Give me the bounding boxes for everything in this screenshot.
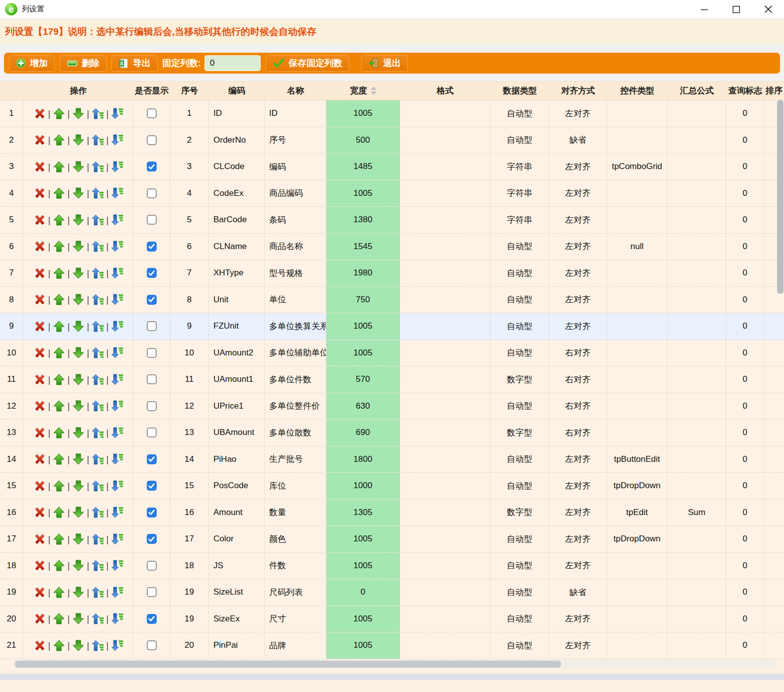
control-cell[interactable] xyxy=(607,287,668,313)
move-bottom-icon[interactable] xyxy=(111,586,123,599)
datatype-cell[interactable]: 自动型 xyxy=(490,393,549,420)
formula-cell[interactable] xyxy=(668,154,726,180)
formula-cell[interactable] xyxy=(668,526,726,552)
seq-cell[interactable]: 14 xyxy=(170,446,209,473)
move-down-icon[interactable] xyxy=(72,240,85,253)
move-down-icon[interactable] xyxy=(72,506,85,519)
seq-cell[interactable]: 16 xyxy=(170,500,209,526)
width-cell[interactable]: 1980 xyxy=(326,260,400,286)
datatype-cell[interactable]: 自动型 xyxy=(490,313,549,340)
seq-cell[interactable]: 17 xyxy=(170,526,209,552)
move-down-icon[interactable] xyxy=(72,107,85,120)
header-visible[interactable]: 是否显示 xyxy=(133,82,170,100)
visible-checkbox[interactable] xyxy=(147,428,157,437)
move-top-icon[interactable] xyxy=(92,346,104,359)
format-cell[interactable] xyxy=(400,366,490,393)
move-down-icon[interactable] xyxy=(72,267,85,279)
name-cell[interactable]: 尺码列表 xyxy=(265,579,326,606)
flag-cell[interactable]: 0 xyxy=(726,234,764,260)
move-down-icon[interactable] xyxy=(72,293,85,306)
table-row[interactable]: 19 19 SizeList 尺码列表 0 自动型 缺省 xyxy=(0,579,784,606)
name-cell[interactable]: ID xyxy=(265,100,326,127)
table-row[interactable]: 13 13 UBAmount 多单位散数 690 数字型 右对齐 xyxy=(0,420,784,446)
format-cell[interactable] xyxy=(400,260,490,286)
seq-cell[interactable]: 19 xyxy=(170,606,209,632)
control-cell[interactable] xyxy=(607,553,668,579)
horizontal-scrollbar-thumb[interactable] xyxy=(15,661,561,668)
delete-x-icon[interactable] xyxy=(33,320,46,333)
delete-x-icon[interactable] xyxy=(33,267,46,279)
formula-cell[interactable] xyxy=(668,234,726,260)
formula-cell[interactable] xyxy=(668,579,726,606)
seq-cell[interactable]: 11 xyxy=(170,366,209,393)
name-cell[interactable]: 条码 xyxy=(265,207,326,233)
control-cell[interactable] xyxy=(607,366,668,393)
flag-cell[interactable]: 0 xyxy=(726,313,764,340)
move-bottom-icon[interactable] xyxy=(111,453,123,465)
align-cell[interactable]: 缺省 xyxy=(549,579,607,606)
format-cell[interactable] xyxy=(400,287,490,313)
align-cell[interactable]: 缺省 xyxy=(549,127,607,154)
datatype-cell[interactable]: 字符串 xyxy=(490,154,549,180)
code-cell[interactable]: XHType xyxy=(209,260,265,286)
datatype-cell[interactable]: 自动型 xyxy=(490,260,549,286)
move-down-icon[interactable] xyxy=(72,187,85,199)
control-cell[interactable]: tpComboGrid xyxy=(607,154,668,180)
code-cell[interactable]: CLCode xyxy=(209,154,265,180)
flag-cell[interactable]: 0 xyxy=(726,526,764,552)
move-down-icon[interactable] xyxy=(72,559,85,572)
seq-cell[interactable]: 7 xyxy=(170,260,209,286)
visible-checkbox[interactable] xyxy=(147,295,157,305)
move-down-icon[interactable] xyxy=(72,533,85,545)
flag-cell[interactable]: 0 xyxy=(726,260,764,286)
move-up-icon[interactable] xyxy=(53,187,65,199)
format-cell[interactable] xyxy=(400,579,490,606)
width-cell[interactable]: 1005 xyxy=(326,340,400,366)
table-row[interactable]: 7 7 XHType 型号规格 1980 自动型 左对齐 xyxy=(0,260,784,287)
sort-cell[interactable] xyxy=(764,420,784,446)
control-cell[interactable]: null xyxy=(607,234,668,260)
sort-cell[interactable] xyxy=(764,446,784,473)
align-cell[interactable]: 右对齐 xyxy=(549,393,607,420)
name-cell[interactable]: 数量 xyxy=(265,500,326,526)
move-top-icon[interactable] xyxy=(92,187,104,199)
control-cell[interactable]: tpDropDown xyxy=(607,473,668,499)
datatype-cell[interactable]: 自动型 xyxy=(490,127,549,154)
move-down-icon[interactable] xyxy=(72,346,85,359)
seq-cell[interactable]: 15 xyxy=(170,473,209,499)
seq-cell[interactable]: 19 xyxy=(170,579,209,606)
width-cell[interactable]: 1005 xyxy=(326,100,400,127)
formula-cell[interactable]: Sum xyxy=(668,500,726,526)
name-cell[interactable]: 多单位换算关系 xyxy=(265,313,326,340)
visible-checkbox[interactable] xyxy=(147,242,157,252)
datatype-cell[interactable]: 字符串 xyxy=(490,180,549,207)
code-cell[interactable]: PinPai xyxy=(209,632,265,659)
formula-cell[interactable] xyxy=(668,446,726,473)
align-cell[interactable]: 左对齐 xyxy=(549,606,607,632)
vertical-scrollbar-thumb[interactable] xyxy=(777,100,784,294)
move-top-icon[interactable] xyxy=(92,400,104,412)
move-bottom-icon[interactable] xyxy=(111,427,123,439)
sort-cell[interactable] xyxy=(764,473,784,499)
flag-cell[interactable]: 0 xyxy=(726,632,764,659)
width-cell[interactable]: 1485 xyxy=(326,154,400,180)
move-down-icon[interactable] xyxy=(72,161,85,173)
flag-cell[interactable]: 0 xyxy=(726,393,764,420)
width-cell[interactable]: 1000 xyxy=(326,473,400,499)
table-row[interactable]: 3 3 CLCode 编码 1485 字符串 左对齐 tp xyxy=(0,154,784,180)
move-up-icon[interactable] xyxy=(53,214,65,226)
formula-cell[interactable] xyxy=(668,340,726,366)
name-cell[interactable]: 商品名称 xyxy=(265,234,326,260)
flag-cell[interactable]: 0 xyxy=(726,207,764,233)
code-cell[interactable]: PosCode xyxy=(209,473,265,499)
visible-checkbox[interactable] xyxy=(147,348,157,358)
seq-cell[interactable]: 1 xyxy=(170,100,209,127)
delete-x-icon[interactable] xyxy=(33,559,46,572)
move-up-icon[interactable] xyxy=(53,453,65,465)
align-cell[interactable]: 左对齐 xyxy=(549,154,607,180)
table-row[interactable]: 6 6 CLName 商品名称 1545 自动型 左对齐 xyxy=(0,234,784,260)
code-cell[interactable]: PiHao xyxy=(209,446,265,473)
flag-cell[interactable]: 0 xyxy=(726,500,764,526)
name-cell[interactable]: 序号 xyxy=(265,127,326,154)
format-cell[interactable] xyxy=(400,606,490,632)
